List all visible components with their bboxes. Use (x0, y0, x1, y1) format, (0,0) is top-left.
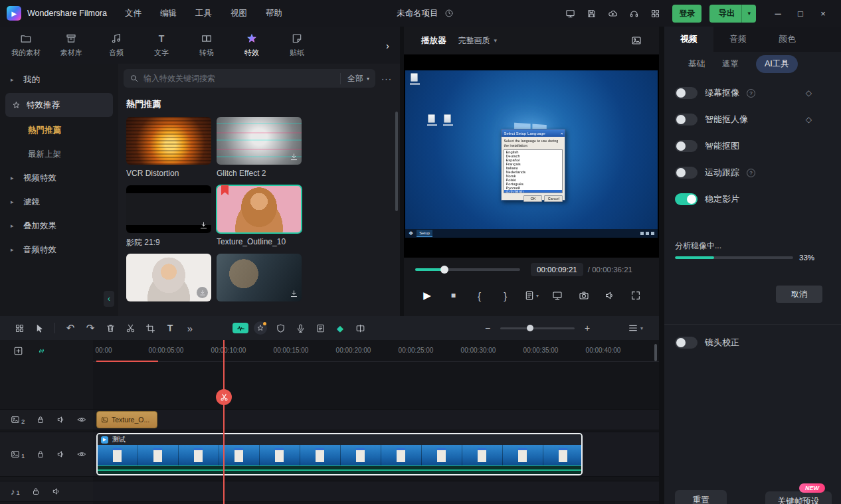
redo-icon[interactable]: ↷ (80, 319, 100, 337)
maximize-button[interactable]: □ (789, 4, 812, 23)
sidebar-item-audio-effects[interactable]: ▸ 音频特效 (0, 238, 118, 262)
effect-item[interactable]: VCR Distortion (126, 117, 211, 178)
volume-icon[interactable] (603, 288, 617, 303)
media-browser-icon[interactable] (9, 319, 29, 337)
save-project-icon[interactable] (582, 5, 601, 22)
tab-audio-props[interactable]: 音频 (713, 27, 763, 52)
speaker-icon[interactable] (52, 487, 61, 496)
search-input[interactable] (143, 74, 335, 83)
tab-text[interactable]: T 文字 (140, 33, 183, 58)
sidebar-item-mine[interactable]: ▸ 我的 (0, 68, 118, 92)
keyframe-preset-button[interactable]: 关键帧预设 (765, 491, 832, 504)
quality-dropdown[interactable]: 完整画质 ▾ (458, 35, 498, 46)
effect-thumbnail-cinema[interactable] (126, 185, 211, 233)
sidebar-item-newest[interactable]: 最新上架 (0, 142, 118, 166)
effect-item[interactable] (217, 254, 302, 315)
tab-stock-library[interactable]: 素材库 (49, 33, 93, 58)
stop-button[interactable]: ■ (446, 288, 460, 303)
tab-stickers[interactable]: 贴纸 (275, 33, 319, 58)
download-icon[interactable] (199, 221, 208, 230)
playback-slider-knob[interactable] (440, 266, 448, 274)
lock-icon[interactable] (31, 487, 41, 496)
help-icon[interactable]: ? (747, 89, 755, 98)
motion-tracking-toggle[interactable] (675, 167, 698, 179)
delete-icon[interactable] (100, 319, 120, 337)
mark-in-icon[interactable]: { (472, 288, 487, 303)
tab-my-media[interactable]: 我的素材 (4, 33, 48, 58)
effect-thumbnail-texture-selected[interactable] (217, 185, 302, 233)
preview-display-icon[interactable] (550, 288, 565, 303)
speaker-icon[interactable] (56, 415, 66, 424)
sidebar-item-recommended[interactable]: 特效推荐 (5, 93, 113, 117)
tab-color[interactable]: 颜色 (763, 27, 812, 52)
taskbar-item-setup[interactable]: Setup (417, 230, 432, 237)
effect-item[interactable]: 影院 21:9 (126, 185, 211, 246)
effect-thumbnail-portrait[interactable] (126, 254, 211, 301)
script-notes-icon[interactable] (310, 319, 330, 337)
speech-to-text-icon[interactable] (231, 319, 250, 337)
timeline-scrollbar[interactable] (654, 344, 657, 361)
zoom-slider[interactable] (500, 327, 575, 329)
subtab-ai-tools[interactable]: AI工具 (756, 55, 798, 73)
lens-correction-toggle[interactable] (675, 337, 698, 349)
menu-help[interactable]: 帮助 (258, 5, 290, 22)
ai-copilot-icon[interactable] (250, 319, 270, 337)
menu-file[interactable]: 文件 (118, 5, 149, 22)
effect-item[interactable]: Glitch Effect 2 (217, 117, 302, 178)
login-button[interactable]: 登录 (672, 5, 701, 23)
menu-view[interactable]: 视图 (223, 5, 254, 22)
effect-thumbnail-cinematic[interactable] (217, 254, 302, 301)
speaker-icon[interactable] (56, 450, 66, 459)
download-icon[interactable] (197, 287, 208, 298)
portrait-cutout-toggle[interactable] (675, 114, 698, 126)
menu-tools[interactable]: 工具 (188, 5, 219, 22)
sidebar-item-video-effects[interactable]: ▸ 视频特效 (0, 166, 118, 190)
history-clock-icon[interactable] (444, 9, 454, 18)
eye-icon[interactable] (77, 450, 86, 459)
crop-icon[interactable] (140, 319, 160, 337)
undo-icon[interactable]: ↶ (60, 319, 80, 337)
lock-icon[interactable] (36, 415, 45, 424)
stabilization-toggle[interactable] (675, 193, 698, 205)
auto-ripple-link-icon[interactable] (37, 346, 47, 356)
eye-icon[interactable] (77, 415, 86, 424)
split-scissors-icon[interactable] (120, 319, 140, 337)
reset-button[interactable]: 重置 (675, 490, 727, 504)
export-button[interactable]: 导出 ▾ (709, 5, 756, 23)
tab-transitions[interactable]: 转场 (185, 33, 229, 58)
display-settings-icon[interactable] (561, 5, 579, 22)
apps-grid-icon[interactable] (646, 5, 664, 22)
sidebar-item-filters[interactable]: ▸ 濾鏡 (0, 190, 118, 214)
voiceover-mic-icon[interactable] (290, 319, 310, 337)
menu-edit[interactable]: 编辑 (153, 5, 184, 22)
play-button[interactable]: ▶ (420, 288, 434, 303)
zoom-out-icon[interactable]: − (482, 323, 494, 333)
filter-dropdown[interactable]: 全部 ▾ (340, 73, 369, 84)
language-list[interactable]: EnglishDeutschEspañolFrançaisItalianoNed… (504, 149, 563, 193)
add-text-icon[interactable]: T (160, 319, 180, 337)
support-headset-icon[interactable] (624, 5, 643, 22)
collapse-sidebar-button[interactable]: ‹ (104, 291, 114, 307)
dialog-title-bar[interactable]: Select Setup Language × (502, 129, 565, 137)
dialog-close-icon[interactable]: × (561, 131, 563, 135)
mask-icon[interactable] (270, 319, 290, 337)
playback-slider[interactable] (415, 268, 520, 271)
smart-cutout-toggle[interactable] (675, 140, 698, 152)
sidebar-item-overlays[interactable]: ▸ 叠加效果 (0, 214, 118, 238)
effect-item[interactable] (126, 254, 211, 315)
playhead-scissors-badge[interactable] (216, 389, 232, 405)
tab-effects[interactable]: 特效 (230, 33, 274, 58)
start-button-icon[interactable]: ❖ (409, 231, 413, 236)
select-cursor-icon[interactable] (29, 319, 49, 337)
effects-scrollbar[interactable] (395, 112, 398, 211)
keyframe-icon[interactable]: ◇ (806, 88, 812, 98)
audio-track-1[interactable]: ♪ 1 (0, 481, 659, 502)
keyframe-icon[interactable]: ◇ (806, 115, 812, 124)
subtab-mask[interactable]: 遮罩 (722, 58, 739, 70)
cancel-analysis-button[interactable]: 取消 (776, 286, 822, 303)
download-icon[interactable] (290, 153, 298, 161)
more-tools-icon[interactable]: » (180, 319, 200, 337)
snapshot-camera-icon[interactable] (577, 288, 591, 303)
split-view-icon[interactable] (350, 319, 370, 337)
preview-image-icon[interactable] (631, 35, 642, 46)
